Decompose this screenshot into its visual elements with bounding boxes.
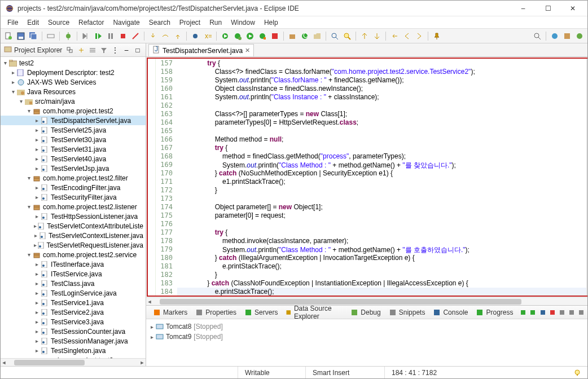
coverage-button[interactable] — [257, 30, 268, 42]
focus-icon[interactable] — [88, 46, 97, 55]
debug-button[interactable] — [63, 30, 74, 42]
minimize-button[interactable]: – — [513, 2, 533, 15]
twistie-icon[interactable]: ▸ — [33, 271, 40, 277]
tree-node[interactable]: ▸ITestService.java — [1, 269, 146, 279]
perspective-debug-button[interactable] — [574, 30, 585, 42]
editor-tab[interactable]: J TestDispatcherServlet.java ✕ — [148, 44, 254, 56]
close-button[interactable]: ✕ — [563, 2, 583, 15]
perspective-web-button[interactable] — [561, 30, 573, 42]
annotation-next-button[interactable] — [371, 30, 383, 42]
tree-node[interactable]: ▸TestHttpSessionListener.java — [1, 211, 146, 221]
twistie-icon[interactable]: ▸ — [33, 319, 40, 325]
twistie-icon[interactable]: ▸ — [151, 324, 153, 330]
twistie-icon[interactable]: ▸ — [33, 165, 40, 171]
forward-button[interactable] — [414, 30, 425, 42]
bottom-tab-servers[interactable]: Servers — [241, 307, 281, 318]
twistie-icon[interactable]: ▸ — [33, 261, 40, 267]
twistie-icon[interactable]: ▸ — [33, 156, 40, 162]
tree-node[interactable]: ▸TestSessionCounter.java — [1, 327, 146, 336]
twistie-icon[interactable]: ▸ — [33, 194, 40, 200]
new-class-button[interactable]: C — [299, 30, 310, 42]
twistie-icon[interactable]: ▸ — [33, 127, 40, 133]
twistie-icon[interactable]: ▾ — [25, 175, 32, 181]
twistie-icon[interactable]: ▾ — [25, 108, 32, 114]
view-menu-icon[interactable]: ⋮ — [111, 46, 120, 55]
tip-icon[interactable] — [567, 367, 587, 378]
code-area[interactable]: try { Class<?> finedClass = Class.forNam… — [177, 59, 586, 296]
expression-button[interactable]: x= — [202, 30, 213, 42]
bottom-tab-data-source-explorer[interactable]: Data Source Explorer — [282, 303, 346, 321]
save-button[interactable] — [15, 30, 27, 42]
twistie-icon[interactable]: ▾ — [10, 89, 16, 95]
tree-node[interactable]: ▸TestService2.java — [1, 307, 146, 317]
tree-node[interactable]: ▸TestServletContextAttributeListe — [1, 221, 146, 231]
step-return-button[interactable] — [172, 30, 183, 42]
twistie-icon[interactable]: ▾ — [25, 204, 32, 210]
servers-profile-button[interactable] — [538, 307, 547, 318]
bottom-tab-console[interactable]: Console — [429, 307, 471, 318]
tree-node[interactable]: ▾com.home.project.test2 — [1, 106, 146, 116]
tree-node[interactable]: ▸TestClass.java — [1, 279, 146, 288]
new-folder-button[interactable] — [311, 30, 323, 42]
tree-node[interactable]: ▸TestService1.java — [1, 298, 146, 307]
twistie-icon[interactable]: ▸ — [33, 223, 37, 229]
resume-button[interactable] — [93, 30, 104, 42]
tree-node[interactable]: ▸Deployment Descriptor: test2 — [1, 68, 146, 77]
twistie-icon[interactable]: ▸ — [33, 309, 40, 315]
pause-button[interactable] — [105, 30, 116, 42]
breakpoint-button[interactable] — [190, 30, 201, 42]
twistie-icon[interactable]: ▸ — [33, 232, 39, 239]
tree-node[interactable]: ▸TestServletRequestListener.java — [1, 240, 146, 250]
code-editor[interactable]: 1571581591601611621631641651661671681691… — [147, 58, 587, 297]
servers-max-button[interactable] — [587, 307, 587, 318]
menu-file[interactable]: File — [3, 17, 23, 28]
twistie-icon[interactable]: ▸ — [33, 347, 40, 354]
new-package-button[interactable] — [287, 30, 298, 42]
tree-node[interactable]: ▾test2 — [1, 58, 146, 68]
disconnect-button[interactable] — [130, 30, 141, 42]
tree-node[interactable]: ▸TestSecurityFilter.java — [1, 192, 146, 202]
tree-node[interactable]: ▸TestDispatcherServlet.java — [1, 116, 146, 125]
twistie-icon[interactable]: ▸ — [33, 184, 40, 191]
minimize-view-icon[interactable]: – — [122, 46, 131, 55]
menu-project[interactable]: Project — [175, 17, 205, 28]
twistie-icon[interactable]: ▸ — [33, 117, 40, 124]
servers-start-button[interactable] — [529, 307, 537, 318]
tree-node[interactable]: ▸TestLoginService.java — [1, 288, 146, 298]
menu-refactor[interactable]: Refactor — [74, 17, 108, 28]
tree-node[interactable]: ▸TestServlet25.java — [1, 125, 146, 135]
bottom-tab-progress[interactable]: Progress — [472, 307, 516, 318]
servers-clear-button[interactable] — [558, 307, 566, 318]
bottom-tab-markers[interactable]: Markers — [150, 307, 191, 318]
bottom-tab-snippets[interactable]: Snippets — [385, 307, 429, 318]
menu-search[interactable]: Search — [144, 17, 175, 28]
bottom-tab-debug[interactable]: Debug — [347, 307, 384, 318]
tree-node[interactable]: ▸TestServlet30.java — [1, 135, 146, 144]
server-row[interactable]: ▸Tomcat9 [Stopped] — [151, 332, 587, 342]
sidebar-hscroll[interactable]: ◄► — [1, 358, 146, 366]
twistie-icon[interactable]: ▾ — [2, 60, 8, 66]
bottom-tab-properties[interactable]: Properties — [192, 307, 240, 318]
menu-help[interactable]: Help — [260, 17, 283, 28]
external-tools-button[interactable] — [269, 30, 280, 42]
tree-node[interactable]: ▸TestService3.java — [1, 317, 146, 327]
tree-node[interactable]: ▾com.home.project.test2.filter — [1, 173, 146, 183]
filter-icon[interactable] — [99, 46, 108, 55]
tree-node[interactable]: ▸TestEncodingFilter.java — [1, 183, 146, 192]
twistie-icon[interactable]: ▸ — [33, 146, 40, 152]
tree-node[interactable]: ▸ITestInerface.java — [1, 259, 146, 269]
project-tree[interactable]: ▾test2▸Deployment Descriptor: test2▸JAX-… — [1, 57, 146, 358]
tree-node[interactable]: ▾com.home.project.test2.service — [1, 250, 146, 259]
menu-window[interactable]: Window — [226, 17, 260, 28]
twistie-icon[interactable]: ▾ — [17, 98, 24, 104]
servers-min-button[interactable] — [577, 307, 586, 318]
tree-node[interactable]: ▾Java Resources — [1, 87, 146, 96]
tree-node[interactable]: ▸TestSessionManager.java — [1, 336, 146, 346]
back-button[interactable] — [401, 30, 413, 42]
debug-server-button[interactable] — [232, 30, 243, 42]
twistie-icon[interactable]: ▸ — [33, 290, 40, 296]
toggle-button[interactable] — [45, 30, 56, 42]
pin-button[interactable] — [431, 30, 442, 42]
servers-stop-button[interactable] — [548, 307, 556, 318]
step-into-button[interactable] — [147, 30, 159, 42]
